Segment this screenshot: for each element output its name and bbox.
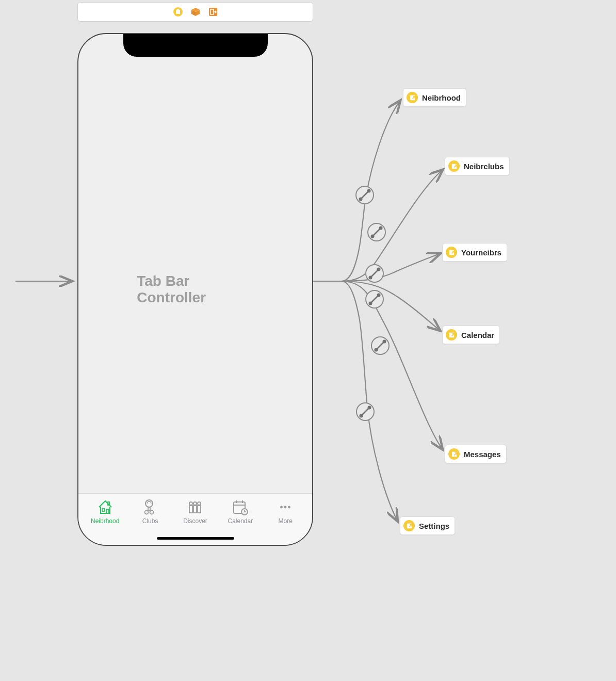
discover-icon (187, 499, 203, 515)
node-label: Yourneibrs (461, 248, 501, 257)
storyboard-ref-yourneibrs[interactable]: Yourneibrs (442, 243, 507, 262)
storyboard-ref-icon (448, 160, 460, 172)
tab-label: Clubs (142, 517, 158, 525)
device-notch (123, 33, 268, 57)
segue-badge-2 (366, 265, 383, 282)
svg-point-31 (145, 511, 149, 514)
tab-bar-controller-scene[interactable]: Tab Bar Controller Neibrhood (77, 33, 313, 546)
clubs-icon (142, 499, 158, 515)
tab-label: Neibrhood (91, 517, 119, 525)
segue-badge-4 (371, 337, 389, 354)
scene-icon[interactable] (191, 7, 200, 17)
storyboard-ref-settings[interactable]: Settings (400, 516, 455, 535)
svg-rect-36 (189, 506, 192, 513)
svg-point-0 (356, 186, 374, 204)
svg-point-4 (368, 223, 385, 241)
storyboard-ref-neibrclubs[interactable]: Neibrclubs (445, 157, 510, 175)
svg-point-35 (198, 502, 201, 505)
svg-point-13 (369, 302, 372, 305)
house-icon (97, 499, 114, 515)
svg-point-16 (371, 337, 389, 354)
more-icon (277, 499, 294, 515)
svg-line-3 (361, 191, 369, 199)
svg-rect-26 (102, 509, 105, 511)
svg-point-18 (383, 340, 386, 344)
svg-point-44 (280, 506, 283, 509)
tab-label: Calendar (228, 517, 253, 525)
storyboard-ref-icon (448, 448, 460, 460)
svg-point-21 (360, 414, 363, 418)
node-label: Messages (464, 450, 501, 459)
storyboard-ref-calendar[interactable]: Calendar (442, 326, 500, 344)
tab-calendar[interactable]: Calendar (219, 499, 262, 525)
tab-neibrhood[interactable]: Neibrhood (84, 499, 126, 525)
svg-line-19 (376, 342, 384, 350)
svg-point-1 (359, 198, 363, 201)
node-label: Settings (419, 522, 449, 530)
svg-line-7 (372, 228, 381, 236)
segue-arrow-3 (313, 281, 440, 330)
svg-line-23 (361, 408, 369, 416)
svg-point-6 (379, 226, 383, 230)
storyboard-ref-icon[interactable] (173, 7, 183, 17)
svg-point-10 (377, 268, 381, 271)
segue-badge-1 (368, 223, 385, 241)
tab-discover[interactable]: Discover (174, 499, 216, 525)
calendar-icon (232, 499, 249, 515)
storyboard-ref-messages[interactable]: Messages (445, 445, 507, 463)
svg-point-33 (189, 502, 192, 505)
svg-point-8 (366, 265, 383, 282)
segue-badge-0 (356, 186, 374, 204)
svg-point-29 (145, 500, 153, 507)
segue-arrow-4 (313, 281, 442, 449)
home-indicator (157, 537, 234, 540)
segue-badge-5 (356, 403, 374, 420)
scene-toolbar[interactable] (77, 2, 313, 22)
svg-rect-27 (106, 509, 109, 513)
storyboard-ref-icon (446, 247, 457, 258)
segue-arrow-0 (313, 101, 400, 281)
svg-point-12 (366, 290, 383, 308)
svg-point-22 (368, 406, 371, 410)
node-label: Neibrclubs (464, 162, 504, 171)
tab-label: Discover (183, 517, 207, 525)
svg-line-15 (370, 295, 379, 303)
tab-more[interactable]: More (264, 499, 306, 525)
svg-rect-38 (198, 506, 201, 513)
node-label: Calendar (461, 331, 494, 339)
tab-label: More (279, 517, 293, 525)
svg-rect-30 (148, 507, 150, 511)
segue-arrow-2 (313, 254, 440, 281)
svg-point-5 (371, 235, 375, 238)
svg-point-17 (375, 348, 378, 352)
svg-line-11 (370, 269, 379, 278)
svg-point-14 (377, 294, 381, 297)
segue-badge-3 (366, 290, 383, 308)
svg-point-34 (193, 502, 197, 505)
tab-clubs[interactable]: Clubs (129, 499, 171, 525)
segue-arrow-5 (313, 281, 397, 521)
controller-title: Tab Bar Controller (137, 273, 254, 306)
exit-icon[interactable] (208, 7, 218, 17)
storyboard-ref-neibrhood[interactable]: Neibrhood (403, 88, 466, 107)
svg-point-32 (150, 511, 154, 514)
svg-point-9 (369, 276, 372, 280)
svg-point-46 (288, 506, 290, 509)
svg-point-2 (367, 189, 371, 193)
storyboard-ref-icon (403, 520, 415, 531)
node-label: Neibrhood (422, 93, 461, 102)
svg-point-45 (284, 506, 287, 509)
storyboard-ref-icon (407, 92, 418, 103)
svg-point-20 (356, 403, 374, 420)
svg-rect-37 (193, 506, 197, 513)
segue-arrow-1 (313, 170, 442, 281)
storyboard-ref-icon (446, 329, 457, 340)
